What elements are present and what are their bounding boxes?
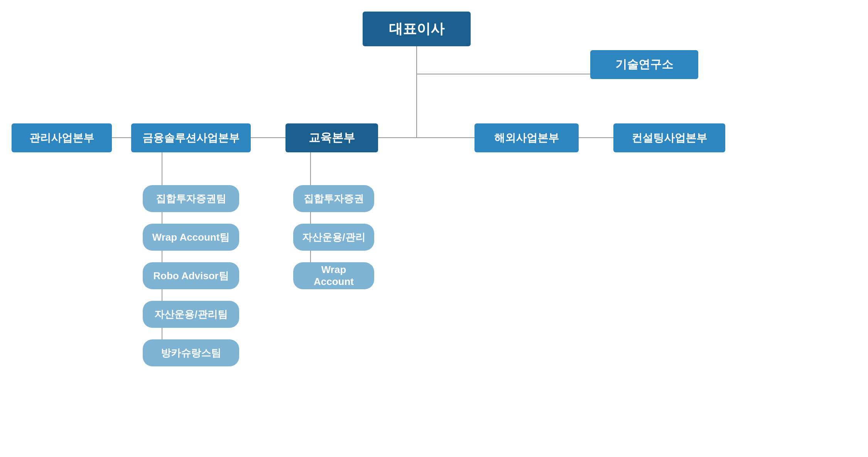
div3-node: 교육본부 bbox=[285, 123, 378, 152]
div4-node: 해외사업본부 bbox=[475, 123, 579, 152]
ceo-node: 대표이사 bbox=[363, 12, 471, 46]
div1-node: 관리사업본부 bbox=[12, 123, 112, 152]
connector-lines bbox=[0, 0, 868, 457]
tech-node: 기술연구소 bbox=[590, 50, 698, 79]
team4-node: 자산운용/관리팀 bbox=[143, 301, 239, 328]
org-chart: 대표이사 기술연구소 관리사업본부 금융솔루션사업본부 교육본부 해외사업본부 … bbox=[0, 0, 868, 457]
edu3-node: Wrap Account bbox=[293, 262, 374, 289]
team2-node: Wrap Account팀 bbox=[143, 224, 239, 251]
div2-node: 금융솔루션사업본부 bbox=[131, 123, 251, 152]
team5-node: 방카슈랑스팀 bbox=[143, 339, 239, 366]
team1-node: 집합투자증권팀 bbox=[143, 185, 239, 212]
edu1-node: 집합투자증권 bbox=[293, 185, 374, 212]
div5-node: 컨설팅사업본부 bbox=[613, 123, 725, 152]
edu2-node: 자산운용/관리 bbox=[293, 224, 374, 251]
team3-node: Robo Advisor팀 bbox=[143, 262, 239, 289]
